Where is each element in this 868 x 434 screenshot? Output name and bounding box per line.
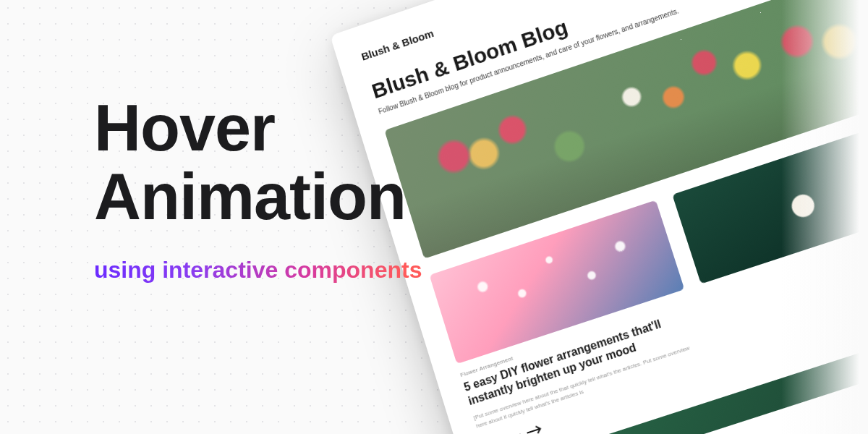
read-more-label: Read more (482, 430, 523, 434)
promo-subhead: using interactive components (94, 257, 422, 284)
promo-text-block: Hover Animation using interactive compon… (94, 94, 422, 284)
headline-line-1: Hover (94, 92, 275, 164)
promo-headline: Hover Animation (94, 94, 422, 231)
arrow-right-icon (527, 428, 540, 433)
brand-logo[interactable]: Blush & Bloom (359, 27, 435, 62)
headline-line-2: Animation (94, 161, 406, 233)
